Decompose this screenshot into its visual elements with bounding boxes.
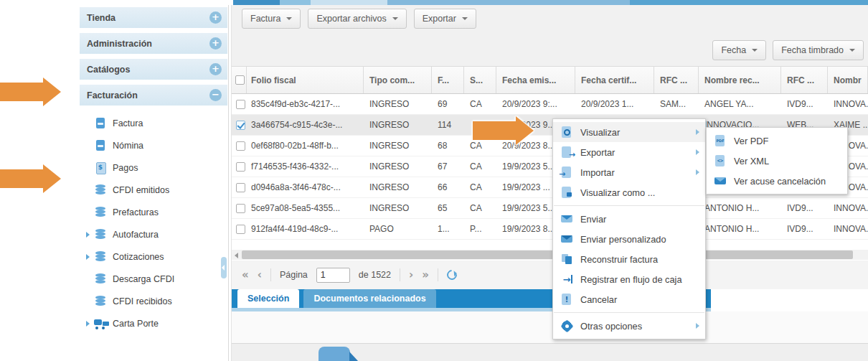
sidebar-item-icon (94, 250, 107, 263)
expand-arrow-icon[interactable] (86, 254, 90, 260)
table-row[interactable]: 912fa4f4-419d-48c9-... PAGO 1... P... 19… (232, 219, 868, 240)
table-row[interactable]: 835c4f9d-eb3c-4217-... INGRESO 69 CA 20/… (232, 94, 868, 115)
pagination-bar: « ‹ Página de 1522 › » (232, 261, 868, 289)
horizontal-scrollbar[interactable] (232, 250, 868, 260)
column-header[interactable]: RFC ... (654, 67, 699, 93)
column-header[interactable]: F... (432, 67, 464, 93)
first-page-button[interactable]: « (242, 270, 249, 281)
toolbar-dropdown-button[interactable]: Exportar archivos (308, 9, 406, 29)
row-checkbox[interactable] (236, 183, 245, 192)
column-header[interactable]: RFC ... (781, 67, 828, 93)
table-row[interactable]: 5ce97a08-5ea5-4355... INGRESO 65 CA 19/9… (232, 198, 868, 219)
refresh-icon[interactable] (445, 268, 459, 282)
page-input[interactable] (316, 268, 350, 283)
submenu-item[interactable]: Ver XML (707, 151, 847, 171)
toolbar: Factura Exportar archivos Exportar Fecha (232, 5, 868, 67)
context-menu-item[interactable]: Cancelar (553, 289, 705, 309)
context-menu-item[interactable]: Exportar (553, 142, 705, 162)
column-header[interactable]: S... (464, 67, 496, 93)
column-header[interactable]: Tipo com... (364, 67, 432, 93)
tab[interactable]: Selección (237, 289, 299, 308)
context-menu-item[interactable]: Visualizar como ... (553, 182, 705, 202)
context-menu-item[interactable]: Enviar personalizado (553, 229, 705, 249)
context-menu: Visualizar Exportar Importar Visualizar … (552, 118, 706, 339)
sidebar-section-label: Catálogos (87, 65, 209, 75)
submenu-item[interactable]: Ver PDF (707, 131, 847, 151)
menu-item-label: Otras opciones (580, 321, 689, 332)
sidebar-item[interactable]: Factura (79, 112, 228, 134)
sidebar-item-icon (94, 139, 107, 152)
toolbar-dropdown-button[interactable]: Exportar (414, 9, 476, 29)
row-checkbox[interactable] (236, 162, 245, 172)
filter-buttons: Fecha Fecha timbrado (712, 40, 864, 60)
next-page-button[interactable]: › (409, 270, 413, 281)
context-menu-item[interactable] (554, 205, 704, 206)
app-window: Tienda Administración Catálogos Facturac… (0, 0, 868, 361)
sidebar-item[interactable]: Nómina (79, 134, 228, 156)
expand-toggle-icon[interactable] (209, 11, 222, 24)
sidebar-item-icon (94, 206, 107, 219)
filter-dropdown-button[interactable]: Fecha (712, 40, 766, 60)
last-page-button[interactable]: » (422, 270, 429, 281)
context-menu-item[interactable]: Importar (553, 162, 705, 182)
cell-tipo-comprobante: INGRESO (364, 99, 432, 109)
menu-item-icon (560, 253, 573, 266)
prev-page-button[interactable]: ‹ (258, 270, 262, 281)
sidebar-item-label: Prefacturas (113, 207, 159, 217)
document-shape-icon (319, 347, 350, 361)
scroll-left-icon[interactable] (235, 253, 238, 258)
sidebar-section-header[interactable]: Tienda (80, 7, 227, 28)
column-header[interactable]: Nombre rec... (699, 67, 781, 93)
sidebar-item-label: Pagos (113, 163, 138, 173)
sidebar-item-label: Autofactura (113, 230, 159, 240)
context-menu-item[interactable]: Visualizar (553, 122, 705, 142)
sidebar-item[interactable]: CFDI recibidos (79, 290, 228, 312)
column-header[interactable]: Fecha certif... (575, 67, 654, 93)
menu-item-icon (560, 233, 573, 245)
sidebar-item[interactable]: Autofactura (79, 223, 228, 245)
context-menu-item[interactable]: Registrar en flujo de caja (553, 269, 705, 289)
submenu-item[interactable]: Ver acuse cancelación (707, 171, 847, 191)
sidebar-section-header[interactable]: Administración (80, 33, 227, 54)
expand-arrow-icon[interactable] (86, 321, 90, 327)
cell-status: CA (464, 182, 496, 192)
row-checkbox[interactable] (236, 204, 245, 213)
expand-toggle-icon[interactable] (209, 37, 222, 50)
row-checkbox[interactable] (236, 121, 245, 130)
tab[interactable]: Documentos relacionados (303, 289, 435, 308)
column-header[interactable]: Folio fiscal (247, 67, 364, 93)
scrollbar-thumb[interactable] (242, 250, 853, 259)
sidebar-item[interactable]: Carta Porte (79, 312, 228, 334)
submenu-item-label: Ver acuse cancelación (734, 176, 841, 187)
sidebar-section-header[interactable]: Facturación (80, 85, 227, 106)
expand-toggle-icon[interactable] (209, 89, 222, 101)
sidebar-item[interactable]: Cotizaciones (79, 245, 228, 268)
sidebar-item[interactable]: Prefacturas (79, 201, 228, 223)
context-menu-item[interactable]: Reconstruir factura (553, 249, 705, 269)
cell-status: CA (464, 161, 496, 172)
sidebar-collapse-handle[interactable] (221, 257, 227, 278)
menu-item-label: Reconstruir factura (580, 254, 699, 265)
divider (438, 268, 438, 281)
expand-toggle-icon[interactable] (209, 63, 222, 75)
context-menu-item[interactable] (554, 312, 704, 313)
context-menu-item[interactable]: Otras opciones (553, 316, 705, 336)
sidebar-item-icon (94, 117, 107, 130)
filter-dropdown-button[interactable]: Fecha timbrado (773, 40, 864, 60)
expand-arrow-icon[interactable] (86, 232, 90, 238)
column-header[interactable]: Nombre (828, 67, 862, 93)
annotation-arrow-context-menu (473, 116, 534, 145)
select-all-checkbox[interactable] (235, 75, 245, 85)
row-checkbox[interactable] (236, 100, 245, 109)
sidebar-item[interactable]: CFDI emitidos (79, 179, 228, 201)
column-header[interactable]: Fecha emis... (496, 67, 575, 93)
row-checkbox[interactable] (236, 141, 245, 151)
row-checkbox[interactable] (236, 225, 245, 234)
context-menu-item[interactable]: Enviar (553, 209, 705, 229)
sidebar-section-header[interactable]: Catálogos (80, 59, 227, 80)
cell-rfc-receptor: SAM... (654, 99, 699, 109)
sidebar-item[interactable]: Pagos (79, 156, 228, 179)
toolbar-dropdown-button[interactable]: Factura (242, 9, 301, 29)
sidebar-item[interactable]: Descarga CFDI (79, 268, 228, 290)
checkbox-cell (232, 100, 247, 109)
